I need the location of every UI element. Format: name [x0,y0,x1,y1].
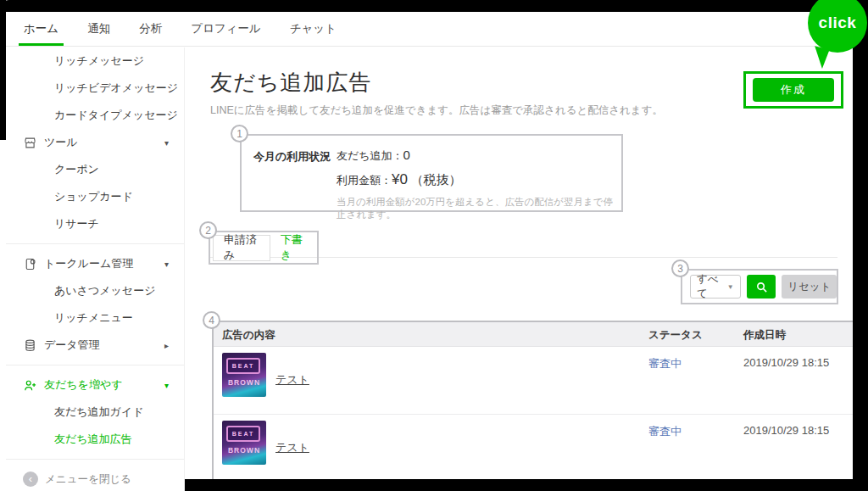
filter-highlight-box: すべて▼ リセット [681,269,838,304]
chevron-down-icon: ▾ [164,259,169,269]
sidebar-item-tools[interactable]: ツール ▾ [6,129,184,156]
main-content: 友だち追加広告 LINEに広告を掲載して友だち追加を促進できます。広告は審査で承… [185,47,853,491]
database-icon [23,338,37,353]
chevron-right-icon: ▸ [164,341,169,350]
friends-added-row: 友だち追加：0 [337,148,621,164]
chevron-down-icon: ▼ [727,283,734,291]
create-button-highlight: 作成 [743,71,843,109]
sidebar-item-label: データ管理 [44,338,100,353]
amount-label: 利用金額： [337,174,392,187]
sidebar-item-card-type-message[interactable]: カードタイプメッセージ [6,102,184,129]
screenshot-frame-bottom [185,479,868,491]
annotation-circle-2: 2 [199,221,217,239]
sidebar-item-label: メニューを閉じる [45,472,131,487]
friends-added-value: 0 [403,148,410,162]
sidebar-item-rich-message[interactable]: リッチメッセージ [6,47,184,75]
sidebar-item-rich-video-message[interactable]: リッチビデオメッセージ [6,75,184,102]
annotation-circle-3: 3 [671,259,689,277]
sidebar-item-coupon[interactable]: クーポン [6,156,184,183]
divider [6,459,184,460]
chevron-left-circle-icon: ‹ [23,471,38,487]
page-subtitle: LINEに広告を掲載して友だち追加を促進できます。広告は審査で承認されると配信さ… [210,103,663,118]
sidebar-item-label: 友だち追加ガイド [54,405,144,420]
sidebar-item-friend-add-ads[interactable]: 友だち追加広告 [6,426,184,453]
sidebar-item-label: ツール [44,135,78,150]
ads-table-header: 広告の内容 ステータス 作成日時 [214,322,853,347]
sidebar-item-label: リサーチ [54,216,99,232]
page-title: 友だち追加広告 [210,68,371,98]
sidebar-item-gain-friends[interactable]: 友だちを増やす ▾ [6,371,184,399]
status-badge[interactable]: 審査中 [648,356,682,371]
tab-profile[interactable]: プロフィール [191,12,261,46]
sidebar-item-label: リッチビデオメッセージ [54,81,178,96]
search-icon [755,281,768,293]
sidebar-item-greeting-message[interactable]: あいさつメッセージ [6,277,184,304]
chevron-down-icon: ▾ [164,138,169,148]
amount-row: 利用金額：¥0 （税抜） [337,171,621,188]
ad-thumbnail-text: BROWN [222,446,266,455]
sidebar-item-rich-menu[interactable]: リッチメニュー [6,304,184,332]
divider [6,243,184,244]
divider [6,365,184,365]
tab-analytics[interactable]: 分析 [139,12,162,46]
ad-name-link[interactable]: テスト [275,440,309,455]
table-row: BEAT BROWN テスト 審査中 2019/10/29 18:15 [214,347,853,415]
usage-status-title: 今月の利用状況 [253,149,331,165]
sidebar-item-label: ショップカード [54,189,133,204]
status-filter-value: すべて [697,272,727,301]
sidebar-item-research[interactable]: リサーチ [6,210,184,237]
sidebar-item-close-menu[interactable]: ‹ メニューを閉じる [6,466,184,491]
status-filter-select[interactable]: すべて▼ [690,275,741,299]
created-date: 2019/10/29 18:15 [743,424,829,437]
sidebar-item-label: カードタイプメッセージ [54,108,178,123]
ad-thumbnail: BEAT BROWN [222,353,266,397]
column-header-content: 広告の内容 [222,328,275,343]
ads-table: 広告の内容 ステータス 作成日時 BEAT BROWN テスト 審査中 2019… [212,321,854,482]
ad-thumbnail: BEAT BROWN [222,421,266,465]
column-header-status: ステータス [648,328,703,343]
search-button[interactable] [747,275,776,299]
table-row: BEAT BROWN テスト 審査中 2019/10/29 18:15 [214,415,853,482]
tab-home[interactable]: ホーム [24,12,58,46]
column-header-created: 作成日時 [743,328,786,343]
annotation-circle-1: 1 [231,125,248,142]
ad-thumbnail-text: BEAT [226,358,260,374]
sidebar-item-shop-card[interactable]: ショップカード [6,183,184,210]
tab-notifications[interactable]: 通知 [87,12,110,46]
amount-value: ¥0 [392,171,408,187]
sidebar-item-label: リッチメニュー [54,310,133,326]
create-button[interactable]: 作成 [753,78,834,102]
created-date: 2019/10/29 18:15 [743,356,829,369]
sidebar-item-friend-add-guide[interactable]: 友だち追加ガイド [6,399,184,426]
usage-status-box: 今月の利用状況 友だち追加：0 利用金額：¥0 （税抜） 当月の利用金額が20万… [240,134,623,212]
friends-added-label: 友だち追加： [337,149,403,162]
sidebar-item-label: クーポン [54,162,99,177]
sidebar-item-label: 友だち追加広告 [54,432,132,447]
tab-draft[interactable]: 下書き [270,235,317,261]
screenshot-frame-right [853,0,868,491]
sidebar-item-data-management[interactable]: データ管理 ▸ [6,332,184,359]
sidebar-item-label: トークルーム管理 [44,256,133,271]
person-add-icon [23,378,37,393]
tabs-highlight-box: 申請済み 下書き [209,231,319,265]
status-badge[interactable]: 審査中 [648,424,682,439]
sidebar-item-talkroom-management[interactable]: トークルーム管理 ▾ [6,250,184,277]
shop-icon [23,136,37,150]
talkroom-icon [23,257,37,271]
tab-chat[interactable]: チャット [290,12,337,46]
ad-thumbnail-text: BROWN [222,378,266,387]
ad-name-link[interactable]: テスト [275,372,309,388]
sidebar-item-label: あいさつメッセージ [54,283,155,299]
usage-note: 当月の利用金額が20万円を超えると、広告の配信が翌月まで停止されます。 [337,196,621,221]
screenshot-stage: ホーム 通知 分析 プロフィール チャット リッチメッセージ リッチビデオメッセ… [0,0,868,491]
sidebar-item-label: リッチメッセージ [54,53,144,69]
tab-submitted[interactable]: 申請済み [213,235,270,261]
top-nav: ホーム 通知 分析 プロフィール チャット [6,12,853,47]
annotation-circle-4: 4 [203,311,220,329]
sidebar: リッチメッセージ リッチビデオメッセージ カードタイプメッセージ ツール ▾ ク… [6,47,185,491]
amount-tax-note: （税抜） [411,172,462,187]
chevron-down-icon: ▾ [164,381,169,390]
sidebar-item-label: 友だちを増やす [44,377,123,393]
screenshot-frame-top [0,0,868,12]
reset-button[interactable]: リセット [782,275,837,299]
